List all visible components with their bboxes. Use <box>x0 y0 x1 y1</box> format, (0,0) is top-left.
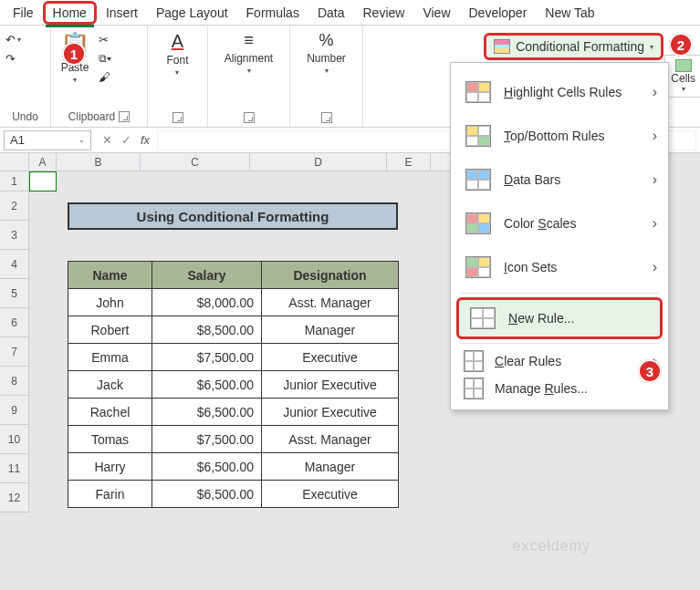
dialog-launcher-icon[interactable] <box>321 112 332 123</box>
conditional-formatting-button[interactable]: Conditional Formatting ▾ <box>484 33 663 60</box>
sheet-title-banner: Using Conditional Formatting <box>68 202 398 230</box>
table-cell[interactable]: Emma <box>68 344 152 371</box>
menu-item-data[interactable]: Data <box>308 2 354 24</box>
undo-button[interactable]: ↶▾ <box>5 33 21 47</box>
table-cell[interactable]: Executive <box>262 481 399 508</box>
table-cell[interactable]: Jack <box>68 371 152 399</box>
table-header: Name <box>68 262 152 289</box>
row-header[interactable]: 10 <box>0 425 29 454</box>
chevron-down-icon[interactable]: ⌄ <box>78 136 85 144</box>
fx-icon[interactable]: fx <box>141 133 150 147</box>
menu-item-new-rule[interactable]: New Rule... <box>456 297 663 339</box>
table-cell[interactable]: $7,500.00 <box>152 344 262 371</box>
table-cell[interactable]: $8,500.00 <box>152 316 262 344</box>
dialog-launcher-icon[interactable] <box>119 111 130 122</box>
row-header[interactable]: 9 <box>0 396 29 425</box>
menu-item-insert[interactable]: Insert <box>97 2 147 24</box>
table-cell[interactable]: Asst. Manager <box>262 289 399 316</box>
row-header[interactable]: 11 <box>0 454 29 483</box>
copy-icon[interactable]: ⧉▾ <box>99 52 111 65</box>
table-cell[interactable]: Robert <box>68 316 152 344</box>
redo-button[interactable]: ↷ <box>5 52 16 66</box>
ribbon-group-btn-label: Alignment <box>225 52 273 65</box>
dialog-launcher-icon[interactable] <box>244 112 255 123</box>
row-header[interactable]: 3 <box>0 221 29 250</box>
column-header[interactable]: E <box>387 153 431 171</box>
table-cell[interactable]: $7,500.00 <box>152 426 262 453</box>
tbr-icon <box>464 123 493 149</box>
enter-icon[interactable]: ✓ <box>121 133 131 147</box>
select-all-corner[interactable] <box>0 153 29 171</box>
row-header[interactable]: 8 <box>0 367 29 396</box>
table-cell[interactable]: $6,500.00 <box>152 453 262 481</box>
cancel-icon[interactable]: ✕ <box>102 133 112 147</box>
menu-item-color-scales[interactable]: Color Scales <box>451 202 668 245</box>
table-cell[interactable]: $8,000.00 <box>152 289 262 316</box>
name-box[interactable]: A1 ⌄ <box>4 130 91 150</box>
conditional-formatting-menu: Highlight Cells RulesTop/Bottom RulesDat… <box>450 62 669 410</box>
table-cell[interactable]: Manager <box>262 316 399 344</box>
watermark: exceldemy <box>513 538 590 554</box>
font-dropdown[interactable]: A Font ▾ <box>162 29 192 78</box>
menu-item-top-bottom-rules[interactable]: Top/Bottom Rules <box>451 114 668 158</box>
table-row[interactable]: Tomas$7,500.00Asst. Manager <box>68 426 399 453</box>
row-header[interactable]: 1 <box>0 171 29 191</box>
menu-item-home[interactable]: Home <box>43 1 97 25</box>
active-cell[interactable] <box>29 171 57 191</box>
menu-item-file[interactable]: File <box>4 2 43 24</box>
table-cell[interactable]: $6,500.00 <box>152 481 262 508</box>
font-color-icon: A <box>172 31 183 52</box>
column-header[interactable]: D <box>250 153 387 171</box>
table-cell[interactable]: Farin <box>68 481 152 508</box>
row-header[interactable]: 4 <box>0 250 29 279</box>
menu-bar: FileHomeInsertPage LayoutFormulasDataRev… <box>0 0 700 26</box>
table-cell[interactable]: Tomas <box>68 426 152 453</box>
format-painter-icon[interactable]: 🖌 <box>99 70 111 84</box>
column-header[interactable]: C <box>141 153 250 171</box>
table-row[interactable]: John$8,000.00Asst. Manager <box>68 289 399 316</box>
table-row[interactable]: Rachel$6,500.00Junior Executive <box>68 399 399 426</box>
menu-item-formulas[interactable]: Formulas <box>237 2 308 24</box>
menu-item-icon-sets[interactable]: Icon Sets <box>451 245 668 289</box>
table-row[interactable]: Emma$7,500.00Executive <box>68 344 399 371</box>
table-cell[interactable]: Executive <box>262 344 399 371</box>
menu-item-review[interactable]: Review <box>354 2 414 24</box>
table-row[interactable]: Robert$8,500.00Manager <box>68 316 399 344</box>
row-header[interactable]: 6 <box>0 308 29 337</box>
table-cell[interactable]: Rachel <box>68 399 152 426</box>
menu-item-clear-rules[interactable]: Clear Rules <box>451 347 668 375</box>
table-row[interactable]: Farin$6,500.00Executive <box>68 481 399 508</box>
column-header[interactable]: B <box>57 153 141 171</box>
menu-item-manage-rules[interactable]: Manage Rules... <box>451 375 668 402</box>
table-row[interactable]: Harry$6,500.00Manager <box>68 453 399 481</box>
column-header[interactable]: A <box>29 153 57 171</box>
row-header[interactable]: 5 <box>0 279 29 308</box>
cells-dropdown[interactable]: Cells ▾ <box>664 55 700 98</box>
undo-icon: ↶ <box>5 33 16 47</box>
table-cell[interactable]: Manager <box>262 453 399 481</box>
table-cell[interactable]: $6,500.00 <box>152 399 262 426</box>
row-header[interactable]: 12 <box>0 483 29 512</box>
cut-icon[interactable]: ✂ <box>99 33 111 47</box>
menu-item-page-layout[interactable]: Page Layout <box>147 2 237 24</box>
menu-item-highlight-cells-rules[interactable]: Highlight Cells Rules <box>451 70 668 114</box>
alignment-dropdown[interactable]: ≡ Alignment ▾ <box>221 29 277 77</box>
menu-item-new-tab[interactable]: New Tab <box>536 2 603 24</box>
ribbon-group-label: Clipboard <box>68 110 115 123</box>
ribbon-group-btn-label: Font <box>166 54 188 67</box>
menu-item-view[interactable]: View <box>413 2 459 24</box>
table-row[interactable]: Jack$6,500.00Junior Executive <box>68 371 399 399</box>
table-cell[interactable]: Asst. Manager <box>262 426 399 453</box>
menu-item-data-bars[interactable]: Data Bars <box>451 158 668 202</box>
table-cell[interactable]: Junior Executive <box>262 371 399 399</box>
row-header[interactable]: 2 <box>0 191 29 221</box>
table-cell[interactable]: Junior Executive <box>262 399 399 426</box>
table-cell[interactable]: $6,500.00 <box>152 371 262 399</box>
menu-item-developer[interactable]: Developer <box>460 2 537 24</box>
dialog-launcher-icon[interactable] <box>172 112 183 123</box>
table-cell[interactable]: Harry <box>68 453 152 481</box>
row-header[interactable]: 7 <box>0 337 29 367</box>
table-cell[interactable]: John <box>68 289 152 316</box>
number-dropdown[interactable]: % Number ▾ <box>303 29 350 77</box>
db-icon <box>464 167 493 192</box>
